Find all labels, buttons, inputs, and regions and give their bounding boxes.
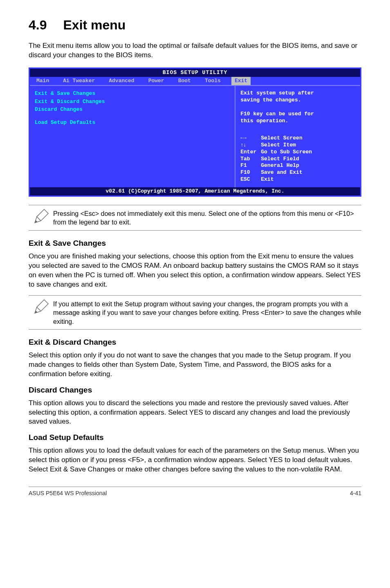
note-box: If you attempt to exit the Setup program… [29, 295, 361, 330]
bios-footer: v02.61 (C)Copyright 1985-2007, American … [30, 187, 360, 195]
bios-help-line: this operation. [240, 118, 355, 125]
section-number: 4.9 [29, 16, 47, 34]
bios-help-line: Exit system setup after [240, 90, 355, 97]
key-label: Exit [261, 176, 273, 182]
footer-right: 4-41 [350, 489, 361, 497]
page-footer: ASUS P5E64 WS Professional 4-41 [29, 487, 361, 497]
bios-tab-tools[interactable]: Tools [202, 77, 224, 85]
body-paragraph: Once you are finished making your select… [29, 252, 361, 290]
bios-help-line: saving the changes. [240, 97, 355, 104]
footer-left: ASUS P5E64 WS Professional [29, 489, 107, 497]
subsection-heading: Exit & Discard Changes [29, 337, 361, 348]
key-glyph: F10 [240, 169, 261, 176]
note-text: Pressing <Esc> does not immediately exit… [53, 209, 361, 227]
bios-help-line: F10 key can be used for [240, 111, 355, 118]
bios-titlebar: BIOS SETUP UTILITY [30, 69, 360, 77]
key-label: Save and Exit [261, 169, 302, 175]
bios-menu-item[interactable]: Load Setup Defaults [35, 119, 230, 126]
svg-line-1 [37, 307, 41, 311]
bios-help-text: Exit system setup after saving the chang… [240, 90, 355, 124]
body-paragraph: This option allows you to load the defau… [29, 446, 361, 474]
key-glyph: ←→ [240, 135, 261, 142]
bios-tab-power[interactable]: Power [145, 77, 168, 85]
pencil-icon [29, 209, 53, 227]
bios-screenshot: BIOS SETUP UTILITY Main Ai Tweaker Advan… [29, 67, 361, 197]
bios-menu-item[interactable]: Exit & Discard Changes [35, 98, 230, 105]
key-label: Select Item [261, 142, 296, 148]
bios-tab-advanced[interactable]: Advanced [105, 77, 137, 85]
key-glyph: ESC [240, 176, 261, 183]
bios-tab-main[interactable]: Main [33, 77, 52, 85]
subsection-heading: Discard Changes [29, 385, 361, 395]
key-label: General Help [261, 162, 299, 168]
key-label: Select Field [261, 156, 299, 162]
key-glyph: Tab [240, 156, 261, 163]
key-glyph: Enter [240, 149, 261, 156]
body-paragraph: This option allows you to discard the se… [29, 399, 361, 427]
subsection-heading: Exit & Save Changes [29, 238, 361, 249]
bios-tab-ai-tweaker[interactable]: Ai Tweaker [60, 77, 98, 85]
pencil-icon [29, 299, 53, 318]
bios-help-panel: Exit system setup after saving the chang… [235, 85, 360, 187]
bios-menu-item[interactable]: Discard Changes [35, 106, 230, 113]
bios-tab-exit[interactable]: Exit [231, 77, 251, 85]
subsection-heading: Load Setup Defaults [29, 432, 361, 443]
key-label: Go to Sub Screen [261, 149, 312, 155]
bios-tab-row: Main Ai Tweaker Advanced Power Boot Tool… [30, 77, 360, 85]
body-paragraph: Select this option only if you do not wa… [29, 351, 361, 379]
key-glyph: F1 [240, 162, 261, 169]
page-title: 4.9Exit menu [29, 16, 361, 34]
note-text: If you attempt to exit the Setup program… [53, 299, 361, 326]
note-box: Pressing <Esc> does not immediately exit… [29, 205, 361, 231]
intro-paragraph: The Exit menu items allow you to load th… [29, 41, 361, 60]
key-glyph: ↑↓ [240, 142, 261, 149]
section-name: Exit menu [63, 18, 126, 32]
key-label: Select Screen [261, 135, 302, 141]
bios-menu-panel: Exit & Save Changes Exit & Discard Chang… [30, 85, 235, 187]
bios-menu-item[interactable]: Exit & Save Changes [35, 90, 230, 97]
bios-tab-boot[interactable]: Boot [175, 77, 194, 85]
bios-key-legend: ←→Select Screen ↑↓Select Item EnterGo to… [240, 135, 355, 183]
svg-line-0 [37, 217, 41, 221]
